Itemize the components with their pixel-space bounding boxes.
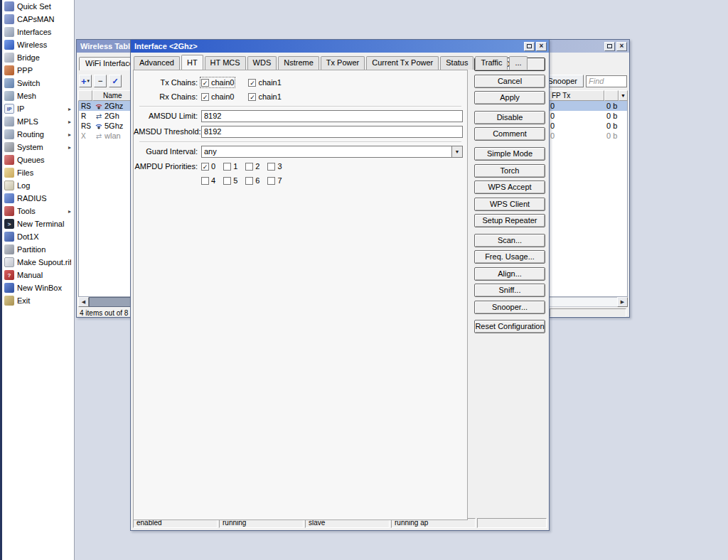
- simple-mode-button[interactable]: Simple Mode: [474, 147, 545, 161]
- tab-status[interactable]: Status: [440, 56, 473, 70]
- rx-chain1-checkbox[interactable]: ✓chain1: [248, 92, 281, 101]
- amsdu-limit-input[interactable]: [201, 110, 463, 122]
- snooper-dialog-button[interactable]: Snooper...: [474, 301, 545, 314]
- sidebar-item-label: Mesh: [17, 92, 71, 100]
- sidebar-item-routing[interactable]: Routing▸: [2, 128, 74, 141]
- ampdu-7-checkbox[interactable]: 7: [267, 176, 282, 185]
- scan-button[interactable]: Scan...: [474, 234, 545, 247]
- close-button[interactable]: ×: [536, 42, 547, 51]
- sidebar-item-manual[interactable]: Manual: [2, 269, 74, 281]
- rx-chain0-checkbox[interactable]: ✓chain0: [201, 92, 234, 101]
- sidebar-item-tools[interactable]: Tools▸: [2, 205, 74, 217]
- desktop: Quick Set CAPsMAN Interfaces Wireless Br…: [0, 0, 728, 560]
- sidebar-item-mesh[interactable]: Mesh: [2, 90, 74, 102]
- sidebar-item-capsman[interactable]: CAPsMAN: [2, 13, 74, 26]
- dialog-titlebar[interactable]: Interface <2Ghz> ×: [131, 40, 549, 53]
- interface-dialog: Interface <2Ghz> × Advanced HT HT MCS WD…: [130, 39, 550, 531]
- tab-more[interactable]: ...: [509, 56, 527, 70]
- sidebar-item-bridge[interactable]: Bridge: [2, 51, 74, 64]
- disable-button[interactable]: Disable: [474, 111, 545, 124]
- interfaces-icon: [4, 27, 14, 37]
- cancel-button[interactable]: Cancel: [474, 75, 545, 88]
- row-flags: RS: [79, 102, 93, 110]
- column-chooser-icon[interactable]: ▼: [619, 90, 628, 101]
- amsdu-threshold-input[interactable]: [201, 126, 463, 138]
- maximize-button[interactable]: [524, 42, 535, 51]
- sidebar-item-dot1x[interactable]: Dot1X: [2, 230, 74, 243]
- scroll-right-icon[interactable]: ▶: [617, 297, 628, 307]
- ampdu-3-checkbox[interactable]: 3: [267, 162, 282, 171]
- sniff-button[interactable]: Sniff...: [474, 284, 545, 297]
- switch-icon: [4, 78, 14, 88]
- find-input[interactable]: [586, 75, 627, 87]
- setup-repeater-button[interactable]: Setup Repeater: [474, 214, 545, 227]
- mpls-icon: [4, 117, 14, 126]
- tx-chain0-checkbox[interactable]: ✓chain0: [201, 78, 234, 87]
- guard-interval-select[interactable]: any ▼: [201, 146, 463, 158]
- close-button[interactable]: ×: [616, 42, 627, 51]
- sidebar-item-mpls[interactable]: MPLS▸: [2, 115, 74, 128]
- sidebar-item-system[interactable]: System▸: [2, 141, 74, 154]
- torch-button[interactable]: Torch: [474, 164, 545, 178]
- sidebar-item-label: Tools: [17, 207, 65, 215]
- sidebar-item-files[interactable]: Files: [2, 166, 74, 179]
- wps-client-button[interactable]: WPS Client: [474, 198, 545, 211]
- checkbox-icon: [267, 177, 275, 185]
- sidebar-item-log[interactable]: Log: [2, 179, 74, 192]
- ampdu-5-checkbox[interactable]: 5: [223, 176, 237, 185]
- wps-accept-button[interactable]: WPS Accept: [474, 181, 545, 194]
- sidebar-item-make-supout[interactable]: Make Supout.rif: [2, 256, 74, 269]
- tab-current-tx-power[interactable]: Current Tx Power: [366, 56, 439, 70]
- sidebar-item-radius[interactable]: RADIUS: [2, 192, 74, 205]
- sidebar-item-partition[interactable]: Partition: [2, 243, 74, 256]
- freq-usage-button[interactable]: Freq. Usage...: [474, 250, 545, 264]
- files-icon: [4, 168, 14, 178]
- sidebar-item-queues[interactable]: Queues: [2, 154, 74, 166]
- ampdu-0-checkbox[interactable]: ✓0: [201, 162, 215, 171]
- sidebar-item-ip[interactable]: IP▸: [2, 102, 74, 115]
- tab-tx-power[interactable]: Tx Power: [321, 56, 365, 70]
- maximize-button[interactable]: [604, 42, 615, 51]
- sidebar-item-quick-set[interactable]: Quick Set: [2, 0, 74, 13]
- column-header-fp-tx[interactable]: FP Tx: [549, 90, 604, 101]
- enable-button[interactable]: ✓: [109, 75, 122, 87]
- sidebar-item-switch[interactable]: Switch: [2, 77, 74, 90]
- checkbox-icon: [267, 163, 275, 171]
- ampdu-2-checkbox[interactable]: 2: [245, 162, 259, 171]
- ampdu-1-checkbox[interactable]: 1: [223, 162, 237, 171]
- checkbox-label: chain1: [258, 92, 281, 101]
- tab-ht-mcs[interactable]: HT MCS: [205, 56, 246, 70]
- tab-nstreme[interactable]: Nstreme: [278, 56, 319, 70]
- tx-chains-label: Tx Chains:: [134, 78, 201, 87]
- sidebar-item-new-terminal[interactable]: New Terminal: [2, 217, 74, 230]
- comment-button[interactable]: Comment: [474, 127, 545, 141]
- add-button[interactable]: +▾: [79, 75, 92, 87]
- tab-advanced[interactable]: Advanced: [134, 56, 180, 70]
- winbox-icon: [4, 283, 14, 293]
- align-button[interactable]: Align...: [474, 267, 545, 281]
- checkbox-label: chain0: [211, 92, 234, 101]
- ip-icon: [4, 104, 14, 114]
- remove-button[interactable]: −: [94, 75, 107, 87]
- sidebar-item-label: Interfaces: [17, 28, 71, 36]
- sidebar-item-exit[interactable]: Exit: [2, 294, 74, 307]
- tab-ht[interactable]: HT: [181, 55, 203, 70]
- dropdown-arrow-icon[interactable]: ▼: [451, 146, 462, 157]
- ampdu-4-checkbox[interactable]: 4: [201, 176, 215, 185]
- sidebar-item-new-winbox[interactable]: New WinBox: [2, 281, 74, 294]
- checkbox-icon: ✓: [201, 93, 209, 101]
- scroll-left-icon[interactable]: ◀: [78, 297, 89, 307]
- bridge-icon: [4, 53, 14, 63]
- reset-configuration-button[interactable]: Reset Configuration: [474, 320, 545, 333]
- tx-chain1-checkbox[interactable]: ✓chain1: [248, 78, 281, 87]
- ampdu-6-checkbox[interactable]: 6: [245, 176, 259, 185]
- column-header-flags[interactable]: [78, 90, 92, 101]
- sidebar-item-wireless[interactable]: Wireless: [2, 38, 74, 51]
- tab-wds[interactable]: WDS: [247, 56, 277, 70]
- apply-button[interactable]: Apply: [474, 91, 545, 104]
- sidebar-item-ppp[interactable]: PPP: [2, 64, 74, 77]
- amsdu-threshold-label: AMSDU Threshold:: [134, 127, 201, 136]
- supout-icon: [4, 257, 14, 267]
- sidebar-item-interfaces[interactable]: Interfaces: [2, 26, 74, 38]
- tab-traffic[interactable]: Traffic: [475, 56, 508, 70]
